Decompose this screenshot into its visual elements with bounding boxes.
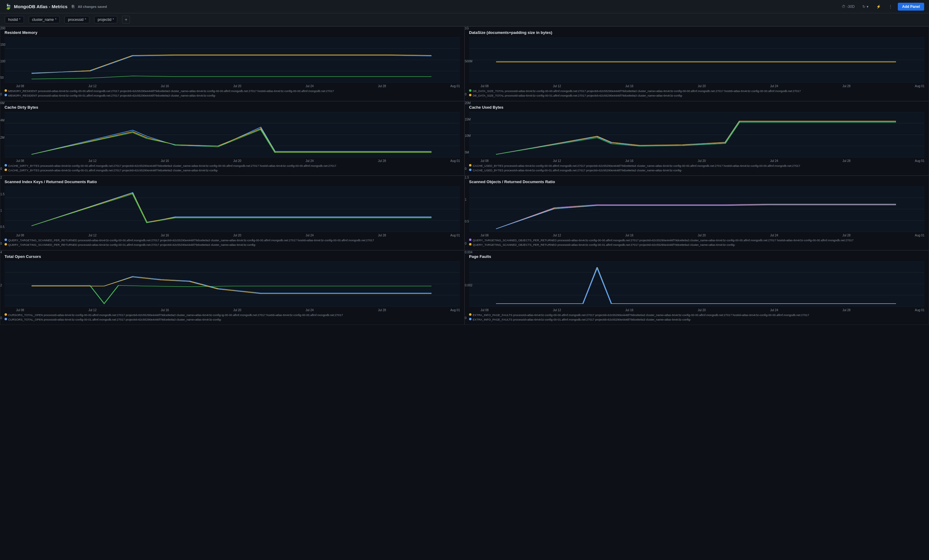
x-axis: Jul 08Jul 12Jul 16Jul 20Jul 24Jul 28Aug … bbox=[5, 308, 460, 312]
panel-data-size: DataSize (documents+padding size in byte… bbox=[464, 26, 929, 101]
chart-legend: DB_DATA_SIZE_TOTAL processId=atlas-6m4r3… bbox=[469, 89, 924, 98]
add-filter-button[interactable]: + bbox=[122, 16, 130, 24]
panel-cache-used-bytes: Cache Used Bytes20M15M10M5M0Jul 08Jul 12… bbox=[464, 101, 929, 176]
panel-total-open-cursors: Total Open Cursors420Jul 08Jul 12Jul 16J… bbox=[0, 250, 464, 325]
app-header: 🍃 MongoDB Atlas - Metrics ⎘ All changes … bbox=[0, 0, 929, 13]
y-axis: 0.0040.0020 bbox=[465, 251, 476, 325]
panel-title: Cache Dirty Bytes bbox=[5, 105, 460, 110]
panel-cache-dirty-bytes: Cache Dirty Bytes6M4M2M0Jul 08Jul 12Jul … bbox=[0, 101, 464, 176]
filter-btn[interactable]: ⚡ bbox=[874, 3, 883, 10]
filter-processid[interactable]: processid * bbox=[64, 16, 89, 23]
panel-page-faults: Page Faults0.0040.0020Jul 08Jul 12Jul 16… bbox=[464, 250, 929, 325]
chart-legend: QUERY_TARGETING_SCANNED_OBJECTS_PER_RETU… bbox=[469, 238, 924, 248]
panel-title: Page Faults bbox=[469, 254, 924, 259]
header-actions: ⏱ -30D ↻ ▾ ⚡ ⋮ Add Panel bbox=[839, 3, 924, 11]
filter-cluster-name[interactable]: cluster_name * bbox=[29, 16, 60, 23]
chart-legend: CURSORS_TOTAL_OPEN processId=atlas-6m4r3… bbox=[5, 313, 460, 322]
chart-legend: EXTRA_INFO_PAGE_FAULTS processId=atlas-6… bbox=[469, 313, 924, 322]
chart-svg bbox=[469, 261, 924, 307]
chart-svg bbox=[5, 261, 460, 307]
chart-legend: CACHE_USED_BYTES processId=atlas-6m4r3z-… bbox=[469, 164, 924, 173]
chart-legend: QUERY_TARGETING_SCANNED_PER_RETURNED pro… bbox=[5, 238, 460, 248]
chart-legend: CACHE_DIRTY_BYTES processId=atlas-6m4r3z… bbox=[5, 164, 460, 173]
filter-icon: ⚡ bbox=[876, 5, 881, 9]
chart-svg bbox=[469, 112, 924, 158]
y-axis: 1.510.50 bbox=[465, 176, 476, 250]
refresh-btn[interactable]: ↻ ▾ bbox=[860, 3, 871, 10]
y-axis: 21.510.50 bbox=[0, 176, 12, 250]
chart-svg bbox=[5, 112, 460, 158]
chart-svg bbox=[5, 37, 460, 83]
chart-svg bbox=[469, 187, 924, 232]
panel-title: Total Open Cursors bbox=[5, 254, 460, 259]
refresh-icon: ↻ bbox=[862, 5, 865, 9]
share-icon[interactable]: ⎘ bbox=[72, 4, 74, 9]
more-icon: ⋮ bbox=[889, 5, 892, 9]
x-axis: Jul 08Jul 12Jul 16Jul 20Jul 24Jul 28Aug … bbox=[469, 233, 924, 237]
y-axis: 200150100500 bbox=[0, 27, 12, 101]
filter-hostid[interactable]: hostid * bbox=[5, 16, 24, 23]
panel-title: Resident Memory bbox=[5, 30, 460, 35]
panel-title: Scanned Index Keys / Returned Documents … bbox=[5, 179, 460, 184]
y-axis: 1G500M0 bbox=[465, 27, 476, 101]
clock-icon: ⏱ bbox=[842, 5, 845, 9]
panel-title: Cache Used Bytes bbox=[469, 105, 924, 110]
panel-scanned-objects: Scanned Objects / Returned Documents Rat… bbox=[464, 176, 929, 250]
time-range-btn[interactable]: ⏱ -30D bbox=[839, 3, 857, 10]
x-axis: Jul 08Jul 12Jul 16Jul 20Jul 24Jul 28Aug … bbox=[5, 233, 460, 237]
app-title: 🍃 MongoDB Atlas - Metrics ⎘ All changes … bbox=[5, 3, 107, 10]
panel-title: DataSize (documents+padding size in byte… bbox=[469, 30, 924, 35]
x-axis: Jul 08Jul 12Jul 16Jul 20Jul 24Jul 28Aug … bbox=[5, 84, 460, 88]
chart-legend: MEMORY_RESIDENT processId=atlas-6m4r3z-c… bbox=[5, 89, 460, 98]
add-panel-button[interactable]: Add Panel bbox=[898, 3, 924, 11]
saved-label: All changes saved bbox=[78, 5, 107, 8]
x-axis: Jul 08Jul 12Jul 16Jul 20Jul 24Jul 28Aug … bbox=[469, 84, 924, 88]
title-text: MongoDB Atlas - Metrics bbox=[14, 4, 67, 9]
panel-title: Scanned Objects / Returned Documents Rat… bbox=[469, 179, 924, 184]
mongo-icon: 🍃 bbox=[5, 3, 12, 10]
x-axis: Jul 08Jul 12Jul 16Jul 20Jul 24Jul 28Aug … bbox=[469, 308, 924, 312]
panel-resident-memory: Resident Memory200150100500Jul 08Jul 12J… bbox=[0, 26, 464, 101]
x-axis: Jul 08Jul 12Jul 16Jul 20Jul 24Jul 28Aug … bbox=[5, 159, 460, 162]
y-axis: 420 bbox=[0, 251, 12, 325]
more-btn[interactable]: ⋮ bbox=[886, 3, 895, 10]
dashboard: Resident Memory200150100500Jul 08Jul 12J… bbox=[0, 26, 929, 325]
chart-svg bbox=[5, 187, 460, 232]
x-axis: Jul 08Jul 12Jul 16Jul 20Jul 24Jul 28Aug … bbox=[469, 159, 924, 162]
filter-projectid[interactable]: projectid * bbox=[94, 16, 117, 23]
chevron-down-icon: ▾ bbox=[867, 5, 868, 9]
y-axis: 6M4M2M0 bbox=[0, 101, 12, 176]
y-axis: 20M15M10M5M0 bbox=[465, 101, 476, 176]
filter-bar: hostid * cluster_name * processid * proj… bbox=[0, 13, 929, 26]
panel-scanned-index-keys: Scanned Index Keys / Returned Documents … bbox=[0, 176, 464, 250]
chart-svg bbox=[469, 37, 924, 83]
